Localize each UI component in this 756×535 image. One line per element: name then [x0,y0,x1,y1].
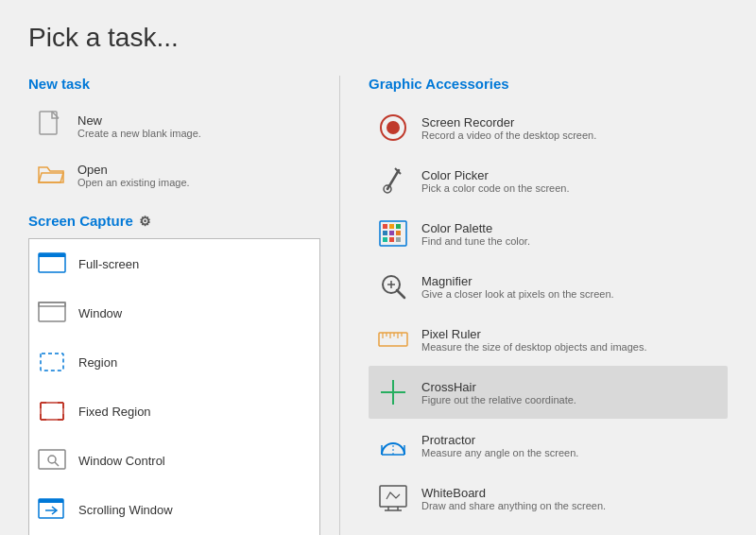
crosshair-icon [376,375,410,409]
svg-point-16 [48,456,56,463]
svg-line-17 [55,462,59,466]
capture-window[interactable]: Window [29,288,319,337]
capture-fixed-region[interactable]: Fixed Region [29,387,319,436]
capture-region[interactable]: Region [29,337,319,387]
whiteboard-subtitle: Draw and share anything on the screen. [421,500,606,511]
page-title: Pick a task... [28,23,728,53]
svg-rect-35 [389,231,394,235]
open-file-icon [34,158,68,192]
protractor-title: Protractor [421,433,578,447]
svg-rect-31 [383,224,387,229]
region-title: Region [78,355,117,370]
task-item-new[interactable]: New Create a new blank image. [28,101,320,150]
ga-crosshair[interactable]: CrossHair Figure out the relative coordi… [369,366,728,419]
svg-rect-0 [40,112,57,134]
open-item-subtitle: Open an existing image. [77,177,190,188]
crosshair-subtitle: Figure out the relative coordinate. [421,394,576,406]
window-control-title: Window Control [78,454,165,468]
capture-fullscreen[interactable]: Full-screen [29,239,319,288]
magnifier-subtitle: Give a closer look at pixels on the scre… [421,288,614,300]
graphic-accessories-section-title: Graphic Accessories [369,76,728,92]
svg-rect-19 [39,499,63,503]
ga-whiteboard[interactable]: WhiteBoard Draw and share anything on th… [369,472,728,525]
whiteboard-icon [376,481,410,515]
scrolling-window-icon [35,492,69,526]
fullscreen-title: Full-screen [78,257,139,271]
ga-protractor[interactable]: Protractor Measure any angle on the scre… [369,419,728,472]
protractor-icon [376,428,410,462]
crosshair-title: CrossHair [421,380,576,394]
ga-screen-recorder[interactable]: Screen Recorder Record a video of the de… [369,101,728,154]
window-control-icon [35,443,69,477]
protractor-subtitle: Measure any angle on the screen. [421,447,578,458]
screen-recorder-icon [376,111,410,145]
svg-rect-37 [383,237,387,242]
magnifier-icon [376,269,410,303]
svg-rect-15 [39,450,65,469]
fixed-region-icon [35,394,69,428]
new-file-icon [34,109,68,143]
screen-capture-list-wrapper: Full-screen [28,238,320,535]
svg-rect-34 [383,231,387,235]
svg-rect-6 [41,403,63,420]
svg-rect-3 [39,302,65,321]
region-icon [35,345,69,379]
svg-rect-33 [396,224,401,229]
pixel-ruler-icon [376,322,410,356]
new-item-subtitle: Create a new blank image. [77,128,201,139]
color-picker-title: Color Picker [421,168,570,182]
svg-rect-32 [389,224,394,229]
window-icon [35,296,69,330]
open-item-title: Open [77,163,190,177]
color-palette-subtitle: Find and tune the color. [421,235,530,247]
capture-window-control[interactable]: Window Control [29,436,319,485]
svg-rect-4 [39,302,65,306]
svg-rect-5 [41,354,63,371]
capture-scrolling-window[interactable]: Scrolling Window [29,485,319,534]
magnifier-title: Magnifier [421,274,614,288]
new-item-title: New [77,113,201,128]
task-item-open[interactable]: Open Open an existing image. [28,150,320,199]
screen-recorder-subtitle: Record a video of the desktop screen. [421,129,596,141]
svg-rect-39 [396,237,401,242]
svg-rect-36 [396,231,401,235]
new-task-section-title: New task [28,76,320,92]
settings-icon[interactable]: ⚙ [139,214,151,229]
ga-pixel-ruler[interactable]: Pixel Ruler Measure the size of desktop … [369,313,728,366]
fullscreen-icon [35,247,69,281]
screen-capture-list[interactable]: Full-screen [29,239,319,535]
ga-color-palette[interactable]: Color Palette Find and tune the color. [369,207,728,260]
fixed-region-title: Fixed Region [78,405,151,419]
whiteboard-title: WhiteBoard [421,486,606,500]
svg-line-41 [397,290,404,298]
window-title: Window [78,306,122,320]
svg-rect-38 [389,237,394,242]
screen-recorder-title: Screen Recorder [421,115,596,129]
color-picker-icon [376,164,410,198]
screen-capture-section-title: Screen Capture ⚙ [28,213,320,229]
ga-magnifier[interactable]: Magnifier Give a closer look at pixels o… [369,260,728,313]
color-picker-subtitle: Pick a color code on the screen. [421,182,570,194]
svg-point-26 [387,121,400,134]
color-palette-title: Color Palette [421,221,530,235]
pixel-ruler-title: Pixel Ruler [421,327,646,341]
pixel-ruler-subtitle: Measure the size of desktop objects and … [421,341,646,353]
svg-rect-57 [380,486,406,507]
ga-color-picker[interactable]: Color Picker Pick a color code on the sc… [369,154,728,207]
svg-rect-2 [39,253,65,257]
color-palette-icon [376,216,410,250]
scrolling-window-title: Scrolling Window [78,503,173,517]
